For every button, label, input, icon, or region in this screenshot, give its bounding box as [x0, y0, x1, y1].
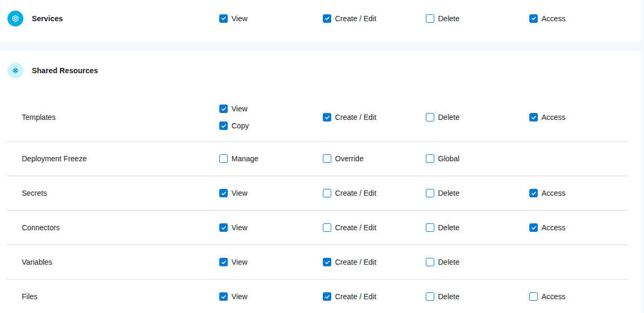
permission-cell: Create / Edit: [323, 292, 426, 301]
shared-resources-rows: TemplatesViewCopyCreate / EditDeleteAcce…: [0, 96, 641, 313]
permission-access[interactable]: Access: [529, 113, 628, 121]
checkbox-checked-icon[interactable]: [219, 223, 228, 232]
permission-label: View: [231, 189, 247, 197]
checkbox-checked-icon[interactable]: [529, 223, 538, 232]
checkbox-checked-icon[interactable]: [323, 292, 331, 301]
permission-cell: View: [219, 223, 323, 232]
checkbox-unchecked-icon[interactable]: [426, 223, 434, 232]
permission-cell: Access: [529, 223, 628, 232]
checkbox-unchecked-icon[interactable]: [323, 189, 331, 197]
permission-access[interactable]: Access: [529, 189, 628, 197]
permission-label: Delete: [438, 189, 459, 197]
permission-delete[interactable]: Delete: [426, 14, 529, 23]
checkbox-unchecked-icon[interactable]: [219, 154, 228, 163]
permission-view[interactable]: View: [219, 14, 323, 23]
permission-view[interactable]: View: [219, 258, 323, 266]
permission-cell: Create / Edit: [323, 189, 426, 197]
permission-access[interactable]: Access: [529, 223, 628, 232]
resource-row-templates: TemplatesViewCopyCreate / EditDeleteAcce…: [7, 96, 628, 141]
permission-copy[interactable]: Copy: [219, 121, 323, 130]
shared-resources-permissions-card: Shared Resources TemplatesViewCopyCreate…: [0, 50, 641, 313]
permission-global[interactable]: Global: [426, 154, 529, 163]
permission-view[interactable]: View: [219, 223, 323, 232]
checkbox-checked-icon[interactable]: [323, 258, 331, 266]
permission-label: Access: [542, 189, 565, 197]
permission-label: Global: [438, 154, 459, 163]
permission-delete[interactable]: Delete: [426, 292, 529, 301]
permission-label: View: [231, 14, 247, 23]
resource-label: Files: [22, 292, 219, 301]
services-row: Services View Create / Edit Delete Acces…: [0, 11, 641, 27]
permission-cell: Access: [529, 292, 628, 301]
permission-access[interactable]: Access: [529, 292, 628, 301]
checkbox-unchecked-icon[interactable]: [426, 14, 434, 23]
permission-access[interactable]: Access: [529, 14, 641, 23]
permission-cell: View: [219, 292, 323, 301]
permission-label: Access: [542, 223, 565, 232]
permission-create-edit[interactable]: Create / Edit: [323, 189, 426, 197]
permission-cell: Override: [323, 154, 426, 163]
permission-cell: View: [219, 189, 323, 197]
permission-cell: Delete: [426, 223, 529, 232]
checkbox-checked-icon[interactable]: [219, 292, 228, 301]
services-permission-col: Create / Edit: [323, 14, 426, 23]
checkbox-checked-icon[interactable]: [219, 121, 228, 130]
permission-delete[interactable]: Delete: [426, 189, 529, 197]
permission-label: Delete: [438, 258, 459, 266]
permission-cell: View: [219, 258, 323, 266]
permission-view[interactable]: View: [219, 189, 323, 197]
permission-label: Create / Edit: [335, 292, 376, 301]
permission-label: Create / Edit: [335, 258, 376, 266]
checkbox-checked-icon[interactable]: [529, 14, 538, 23]
permission-label: Access: [542, 14, 565, 23]
permission-label: Delete: [438, 14, 459, 23]
permission-delete[interactable]: Delete: [426, 223, 529, 232]
permission-create-edit[interactable]: Create / Edit: [323, 113, 426, 121]
resource-row-connectors: ConnectorsViewCreate / EditDeleteAccess: [7, 210, 628, 245]
services-permission-col: Access: [529, 14, 641, 23]
permission-manage[interactable]: Manage: [219, 154, 323, 163]
checkbox-unchecked-icon[interactable]: [426, 113, 434, 121]
checkbox-checked-icon[interactable]: [323, 113, 331, 121]
permission-cell: Delete: [426, 189, 529, 197]
permission-cell: Access: [529, 189, 628, 197]
permission-view[interactable]: View: [219, 292, 323, 301]
permission-label: Access: [542, 292, 565, 301]
resource-label: Variables: [22, 258, 219, 266]
permission-delete[interactable]: Delete: [426, 113, 529, 121]
checkbox-unchecked-icon[interactable]: [323, 223, 331, 232]
permission-cell: Global: [426, 154, 529, 163]
permission-create-edit[interactable]: Create / Edit: [323, 258, 426, 266]
resource-label: Secrets: [22, 189, 219, 197]
checkbox-checked-icon[interactable]: [529, 113, 538, 121]
checkbox-unchecked-icon[interactable]: [426, 292, 434, 301]
permission-label: View: [231, 258, 247, 266]
permission-create-edit[interactable]: Create / Edit: [323, 292, 426, 301]
permission-override[interactable]: Override: [323, 154, 426, 163]
permission-cell: Create / Edit: [323, 223, 426, 232]
checkbox-checked-icon[interactable]: [219, 189, 228, 197]
permission-label: Delete: [438, 113, 459, 121]
services-permissions-card: Services View Create / Edit Delete Acces…: [0, 0, 641, 42]
resource-label: Templates: [22, 113, 219, 121]
permission-cell: Delete: [426, 258, 529, 266]
resource-row-secrets: SecretsViewCreate / EditDeleteAccess: [7, 176, 628, 210]
permission-label: View: [231, 105, 247, 113]
checkbox-checked-icon[interactable]: [219, 14, 228, 23]
shared-resources-icon: [7, 63, 23, 79]
permission-cell: Access: [529, 113, 628, 121]
permission-view[interactable]: View: [219, 105, 323, 113]
permission-create-edit[interactable]: Create / Edit: [323, 14, 426, 23]
checkbox-unchecked-icon[interactable]: [323, 154, 331, 163]
checkbox-unchecked-icon[interactable]: [426, 154, 434, 163]
services-section-header: Services: [7, 11, 219, 27]
checkbox-checked-icon[interactable]: [529, 189, 538, 197]
checkbox-unchecked-icon[interactable]: [426, 258, 434, 266]
permission-create-edit[interactable]: Create / Edit: [323, 223, 426, 232]
checkbox-checked-icon[interactable]: [219, 105, 228, 113]
checkbox-unchecked-icon[interactable]: [426, 189, 434, 197]
checkbox-checked-icon[interactable]: [219, 258, 228, 266]
checkbox-unchecked-icon[interactable]: [529, 292, 538, 301]
checkbox-checked-icon[interactable]: [323, 14, 331, 23]
permission-delete[interactable]: Delete: [426, 258, 529, 266]
